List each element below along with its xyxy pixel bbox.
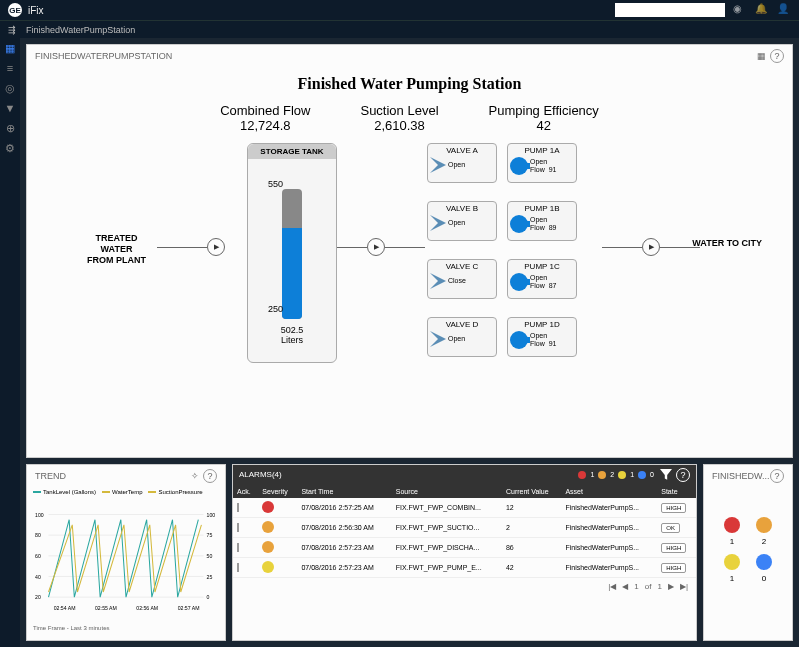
alarm-source: FIX.FWT_FWP_COMBIN... — [392, 498, 502, 518]
severity-count: 1 — [630, 471, 634, 478]
breadcrumb[interactable]: FinishedWaterPumpStation — [26, 25, 135, 35]
search-input[interactable] — [615, 3, 725, 17]
paginator: |◀ ◀ 1 of 1 ▶ ▶| — [233, 578, 696, 595]
nav-db-icon[interactable]: ◎ — [3, 82, 17, 96]
pump-box[interactable]: PUMP 1D OpenFlow 91 — [507, 317, 577, 357]
pump-name: PUMP 1C — [510, 262, 574, 271]
diagram-panel: FINISHEDWATERPUMPSTATION ▦ ? Finished Wa… — [26, 44, 793, 458]
alarm-row[interactable]: 07/08/2016 2:57:23 AM FIX.FWT_FWP_PUMP_E… — [233, 557, 696, 577]
svg-text:75: 75 — [207, 532, 213, 538]
valve-icon — [430, 273, 446, 289]
help-icon[interactable]: ? — [770, 469, 784, 483]
ack-checkbox[interactable] — [237, 503, 239, 512]
alarm-row[interactable]: 07/08/2016 2:57:23 AM FIX.FWT_FWP_DISCHA… — [233, 537, 696, 557]
tank-max: 550 — [268, 179, 283, 189]
severity-dot-icon — [262, 501, 274, 513]
alarm-source: FIX.FWT_FWP_DISCHA... — [392, 537, 502, 557]
svg-text:80: 80 — [35, 532, 41, 538]
state-button[interactable]: HIGH — [661, 543, 686, 553]
ack-checkbox[interactable] — [237, 563, 239, 572]
severity-count: 1 — [590, 471, 594, 478]
summary-item[interactable]: 2 — [756, 517, 772, 546]
valve-box[interactable]: VALVE D Open — [427, 317, 497, 357]
help-icon[interactable]: ? — [203, 469, 217, 483]
column-header[interactable]: Asset — [561, 485, 657, 498]
alarm-row[interactable]: 07/08/2016 2:56:30 AM FIX.FWT_FWP_SUCTIO… — [233, 517, 696, 537]
valve-name: VALVE A — [430, 146, 494, 155]
page-last-button[interactable]: ▶| — [680, 582, 688, 591]
summary-item[interactable]: 0 — [756, 554, 772, 583]
pipe-line — [660, 247, 700, 248]
nav-shield-icon[interactable]: ▼ — [3, 102, 17, 116]
valve-box[interactable]: VALVE A Open — [427, 143, 497, 183]
column-header[interactable]: Current Value — [502, 485, 561, 498]
tank-gauge-icon — [282, 189, 302, 319]
ack-checkbox[interactable] — [237, 543, 239, 552]
alarm-value: 86 — [502, 537, 561, 557]
treated-water-label: TREATED WATER FROM PLANT — [87, 233, 146, 265]
legend-item[interactable]: SuctionPressure — [148, 489, 202, 495]
trend-title: TREND — [35, 471, 66, 481]
severity-dot-icon — [638, 471, 646, 479]
alarm-row[interactable]: 07/08/2016 2:57:25 AM FIX.FWT_FWP_COMBIN… — [233, 498, 696, 518]
column-header[interactable]: State — [657, 485, 696, 498]
trend-footer: Time Frame - Last 3 minutes — [27, 625, 225, 631]
pump-box[interactable]: PUMP 1A OpenFlow 91 — [507, 143, 577, 183]
pump-state: OpenFlow 91 — [530, 158, 556, 173]
pipe-line — [157, 247, 207, 248]
summary-item[interactable]: 1 — [724, 554, 740, 583]
pump-box[interactable]: PUMP 1B OpenFlow 89 — [507, 201, 577, 241]
page-current: 1 — [634, 582, 638, 591]
valve-box[interactable]: VALVE B Open — [427, 201, 497, 241]
storage-tank[interactable]: STORAGE TANK 550 250 502.5Liters — [247, 143, 337, 363]
valve-box[interactable]: VALVE C Close — [427, 259, 497, 299]
state-button[interactable]: HIGH — [661, 503, 686, 513]
pump-name: PUMP 1A — [510, 146, 574, 155]
nav-list-icon[interactable]: ≡ — [3, 62, 17, 76]
compass-icon[interactable]: ✧ — [191, 471, 199, 481]
summary-item[interactable]: 1 — [724, 517, 740, 546]
severity-dot-icon — [262, 521, 274, 533]
nav-flow-icon[interactable]: ⊕ — [3, 122, 17, 136]
alarm-asset: FinishedWaterPumpS... — [561, 557, 657, 577]
user-icon[interactable]: 👤 — [777, 3, 791, 17]
help-icon[interactable]: ? — [770, 49, 784, 63]
nav-dashboard-icon[interactable]: ▦ — [3, 42, 17, 56]
nav-gear-icon[interactable]: ⚙ — [3, 142, 17, 156]
legend-item[interactable]: TankLevel (Gallons) — [33, 489, 96, 495]
severity-dot-icon — [618, 471, 626, 479]
column-header[interactable]: Ack. — [233, 485, 258, 498]
legend-item[interactable]: WaterTemp — [102, 489, 142, 495]
topbar: GE iFix ◉ 🔔 👤 — [0, 0, 799, 20]
app-name: iFix — [28, 5, 44, 16]
page-first-button[interactable]: |◀ — [608, 582, 616, 591]
bell-icon[interactable]: 🔔 — [755, 3, 769, 17]
ack-checkbox[interactable] — [237, 523, 239, 532]
share-icon[interactable]: ⇶ — [8, 25, 16, 35]
valve-icon — [430, 157, 446, 173]
pump-name: PUMP 1B — [510, 204, 574, 213]
svg-text:40: 40 — [35, 573, 41, 579]
svg-text:50: 50 — [207, 553, 213, 559]
pump-icon — [510, 273, 528, 291]
state-button[interactable]: OK — [661, 523, 680, 533]
page-next-button[interactable]: ▶ — [668, 582, 674, 591]
trend-chart[interactable]: 10080604020 1007550250 02:54 AM02:55 AM0… — [33, 501, 219, 621]
grid-icon[interactable]: ▦ — [757, 51, 766, 61]
state-button[interactable]: HIGH — [661, 563, 686, 573]
column-header[interactable]: Severity — [258, 485, 297, 498]
metric-label: Combined Flow — [220, 103, 310, 118]
svg-text:02:55 AM: 02:55 AM — [95, 604, 117, 610]
flow-arrow-icon — [207, 238, 225, 256]
legend-swatch-icon — [33, 491, 41, 493]
globe-icon[interactable]: ◉ — [733, 3, 747, 17]
pump-box[interactable]: PUMP 1C OpenFlow 87 — [507, 259, 577, 299]
severity-dot-icon — [578, 471, 586, 479]
column-header[interactable]: Start Time — [297, 485, 391, 498]
help-icon[interactable]: ? — [676, 468, 690, 482]
valve-icon — [430, 331, 446, 347]
legend-label: WaterTemp — [112, 489, 142, 495]
page-prev-button[interactable]: ◀ — [622, 582, 628, 591]
column-header[interactable]: Source — [392, 485, 502, 498]
filter-icon[interactable] — [660, 469, 672, 481]
